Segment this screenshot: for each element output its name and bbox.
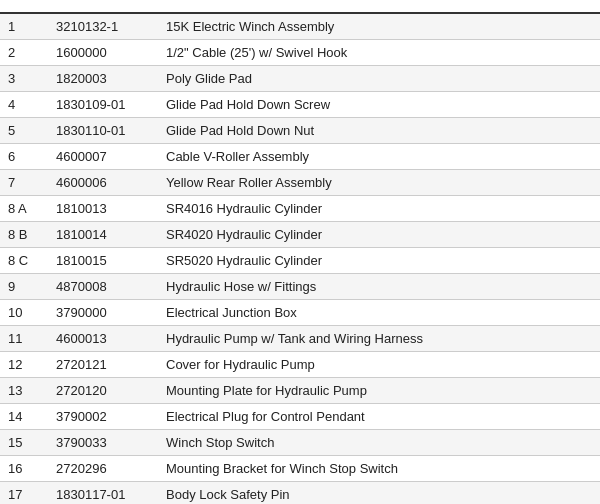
table-row: 41830109-01Glide Pad Hold Down Screw [0,92,600,118]
cell-part: 3790000 [48,300,158,326]
table-row: 216000001/2" Cable (25') w/ Swivel Hook [0,40,600,66]
cell-part: 2720296 [48,456,158,482]
table-row: 143790002Electrical Plug for Control Pen… [0,404,600,430]
header-part [48,0,158,13]
cell-item: 8 C [0,248,48,274]
cell-desc: Electrical Plug for Control Pendant [158,404,600,430]
cell-part: 1810015 [48,248,158,274]
header-item [0,0,48,13]
cell-desc: SR4016 Hydraulic Cylinder [158,196,600,222]
cell-item: 8 B [0,222,48,248]
cell-desc: Glide Pad Hold Down Screw [158,92,600,118]
cell-desc: Yellow Rear Roller Assembly [158,170,600,196]
cell-desc: 15K Electric Winch Assembly [158,13,600,40]
cell-desc: Winch Stop Switch [158,430,600,456]
cell-part: 3790033 [48,430,158,456]
cell-item: 14 [0,404,48,430]
cell-item: 5 [0,118,48,144]
table-row: 8 C1810015SR5020 Hydraulic Cylinder [0,248,600,274]
cell-item: 8 A [0,196,48,222]
cell-desc: Mounting Bracket for Winch Stop Switch [158,456,600,482]
cell-part: 3210132-1 [48,13,158,40]
cell-part: 1830109-01 [48,92,158,118]
table-row: 171830117-01Body Lock Safety Pin [0,482,600,505]
cell-part: 1830110-01 [48,118,158,144]
cell-desc: Hydraulic Pump w/ Tank and Wiring Harnes… [158,326,600,352]
table-row: 51830110-01Glide Pad Hold Down Nut [0,118,600,144]
cell-item: 6 [0,144,48,170]
table-row: 162720296Mounting Bracket for Winch Stop… [0,456,600,482]
cell-item: 15 [0,430,48,456]
table-row: 114600013Hydraulic Pump w/ Tank and Wiri… [0,326,600,352]
cell-item: 13 [0,378,48,404]
table-row: 153790033Winch Stop Switch [0,430,600,456]
cell-desc: Hydraulic Hose w/ Fittings [158,274,600,300]
cell-item: 17 [0,482,48,505]
cell-part: 3790002 [48,404,158,430]
table-row: 122720121Cover for Hydraulic Pump [0,352,600,378]
cell-part: 4600013 [48,326,158,352]
cell-part: 4600007 [48,144,158,170]
cell-desc: Cable V-Roller Assembly [158,144,600,170]
table-row: 64600007Cable V-Roller Assembly [0,144,600,170]
cell-desc: SR5020 Hydraulic Cylinder [158,248,600,274]
header-desc [158,0,600,13]
cell-item: 2 [0,40,48,66]
table-row: 8 A1810013SR4016 Hydraulic Cylinder [0,196,600,222]
cell-desc: Body Lock Safety Pin [158,482,600,505]
cell-item: 1 [0,13,48,40]
table-row: 103790000Electrical Junction Box [0,300,600,326]
cell-desc: Electrical Junction Box [158,300,600,326]
cell-item: 12 [0,352,48,378]
cell-desc: Mounting Plate for Hydraulic Pump [158,378,600,404]
cell-desc: Cover for Hydraulic Pump [158,352,600,378]
cell-item: 4 [0,92,48,118]
cell-item: 11 [0,326,48,352]
cell-part: 2720121 [48,352,158,378]
cell-part: 4870008 [48,274,158,300]
table-row: 13210132-115K Electric Winch Assembly [0,13,600,40]
table-header-row [0,0,600,13]
cell-part: 2720120 [48,378,158,404]
table-row: 74600006Yellow Rear Roller Assembly [0,170,600,196]
cell-desc: Glide Pad Hold Down Nut [158,118,600,144]
cell-item: 7 [0,170,48,196]
cell-item: 16 [0,456,48,482]
cell-part: 1600000 [48,40,158,66]
cell-part: 1830117-01 [48,482,158,505]
cell-part: 4600006 [48,170,158,196]
table-row: 132720120Mounting Plate for Hydraulic Pu… [0,378,600,404]
cell-part: 1810013 [48,196,158,222]
cell-item: 3 [0,66,48,92]
cell-desc: Poly Glide Pad [158,66,600,92]
cell-item: 9 [0,274,48,300]
cell-part: 1820003 [48,66,158,92]
cell-desc: 1/2" Cable (25') w/ Swivel Hook [158,40,600,66]
parts-table: 13210132-115K Electric Winch Assembly216… [0,0,600,504]
cell-item: 10 [0,300,48,326]
cell-desc: SR4020 Hydraulic Cylinder [158,222,600,248]
cell-part: 1810014 [48,222,158,248]
table-row: 94870008Hydraulic Hose w/ Fittings [0,274,600,300]
table-row: 31820003Poly Glide Pad [0,66,600,92]
table-row: 8 B1810014SR4020 Hydraulic Cylinder [0,222,600,248]
